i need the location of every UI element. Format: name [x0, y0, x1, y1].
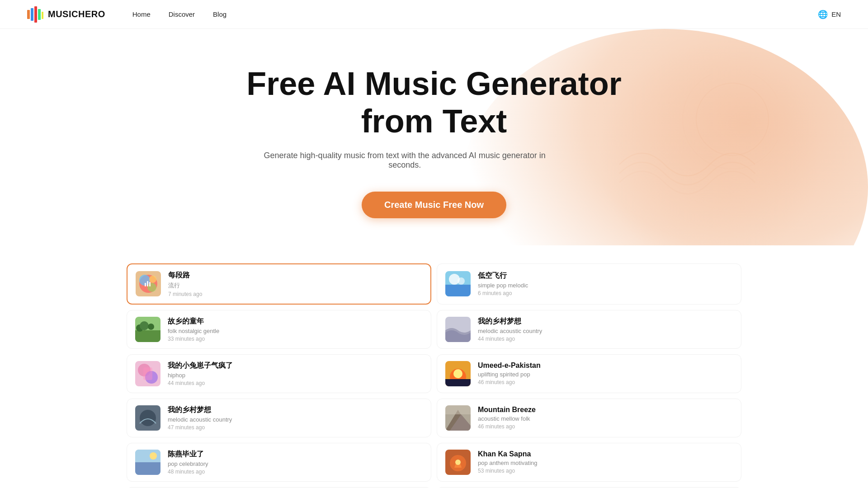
music-thumb-7	[135, 405, 160, 431]
music-thumb-5	[135, 361, 160, 386]
hero-content: Free AI Music Generator from Text Genera…	[246, 65, 622, 218]
music-info-8: Mountain Breezeacoustic mellow folk46 mi…	[478, 406, 733, 430]
svg-point-23	[148, 324, 154, 330]
music-info-5: 我的小兔崽子气疯了hiphop44 minutes ago	[168, 361, 423, 386]
svg-rect-40	[135, 462, 160, 475]
svg-rect-20	[135, 330, 160, 342]
music-info-1: 每段路流行7 minutes ago	[168, 271, 422, 297]
nav-blog[interactable]: Blog	[213, 10, 226, 18]
music-thumb-1	[136, 271, 161, 296]
music-card-3[interactable]: 故乡的童年folk nostalgic gentle33 minutes ago	[127, 310, 431, 349]
music-thumb-10	[445, 450, 471, 475]
music-tags-10: pop anthem motivating	[478, 460, 733, 466]
music-thumb-3	[135, 317, 160, 342]
svg-rect-38	[445, 405, 471, 414]
svg-rect-4	[42, 12, 43, 19]
music-title-1: 每段路	[168, 271, 422, 280]
logo-text: MUSICHERO	[48, 9, 105, 19]
music-card-7[interactable]: 我的乡村梦想melodic acoustic country47 minutes…	[127, 399, 431, 437]
svg-rect-3	[38, 9, 41, 20]
music-card-5[interactable]: 我的小兔崽子气疯了hiphop44 minutes ago	[127, 354, 431, 393]
svg-point-5	[696, 83, 769, 155]
svg-rect-1	[31, 8, 33, 21]
nav-discover[interactable]: Discover	[169, 10, 195, 18]
music-time-3: 33 minutes ago	[168, 336, 423, 342]
music-thumb-2	[445, 271, 471, 296]
svg-rect-14	[149, 282, 151, 286]
music-tags-7: melodic acoustic country	[168, 416, 423, 423]
music-info-3: 故乡的童年folk nostalgic gentle33 minutes ago	[168, 317, 423, 342]
music-info-9: 陈燕毕业了pop celebratory48 minutes ago	[168, 450, 423, 475]
music-info-6: Umeed-e-Pakistanuplifting spirited pop46…	[478, 361, 733, 385]
hero-section: Free AI Music Generator from Text Genera…	[0, 29, 868, 245]
music-tags-8: acoustic mellow folk	[478, 415, 733, 422]
svg-point-45	[455, 460, 461, 465]
svg-rect-2	[34, 6, 37, 23]
music-title-8: Mountain Breeze	[478, 406, 733, 414]
music-time-7: 47 minutes ago	[168, 424, 423, 431]
hero-subtitle: Generate high-quality music from text wi…	[246, 151, 563, 170]
music-tags-4: melodic acoustic country	[478, 328, 733, 334]
music-title-10: Khan Ka Sapna	[478, 450, 733, 458]
svg-rect-16	[445, 285, 471, 296]
music-tags-5: hiphop	[168, 372, 423, 379]
language-label: EN	[831, 10, 841, 18]
music-thumb-4	[445, 317, 471, 342]
music-title-3: 故乡的童年	[168, 317, 423, 326]
music-card-8[interactable]: Mountain Breezeacoustic mellow folk46 mi…	[437, 399, 741, 437]
music-card-2[interactable]: 低空飞行simple pop melodic6 minutes ago	[437, 263, 741, 305]
navbar: MUSICHERO Home Discover Blog 🌐 EN	[0, 0, 868, 29]
music-time-10: 53 minutes ago	[478, 468, 733, 474]
music-thumb-6	[445, 361, 471, 386]
music-tags-9: pop celebratory	[168, 460, 423, 467]
music-title-9: 陈燕毕业了	[168, 450, 423, 459]
nav-home[interactable]: Home	[132, 10, 151, 18]
music-title-2: 低空飞行	[478, 271, 733, 281]
music-time-1: 7 minutes ago	[168, 291, 422, 297]
music-card-4[interactable]: 我的乡村梦想melodic acoustic country44 minutes…	[437, 310, 741, 349]
music-info-4: 我的乡村梦想melodic acoustic country44 minutes…	[478, 317, 733, 342]
music-card-1[interactable]: 每段路流行7 minutes ago	[127, 263, 431, 305]
nav-links: Home Discover Blog	[132, 10, 226, 18]
music-tags-2: simple pop melodic	[478, 282, 733, 289]
svg-rect-12	[145, 283, 146, 286]
music-thumb-9	[135, 450, 160, 475]
music-title-7: 我的乡村梦想	[168, 405, 423, 415]
music-tags-1: 流行	[168, 282, 422, 290]
logo-icon	[27, 6, 43, 23]
svg-rect-0	[27, 10, 30, 19]
music-time-4: 44 minutes ago	[478, 336, 733, 342]
language-selector[interactable]: 🌐 EN	[818, 9, 841, 19]
music-title-4: 我的乡村梦想	[478, 317, 733, 326]
svg-rect-13	[147, 281, 148, 286]
music-time-8: 46 minutes ago	[478, 423, 733, 430]
svg-point-42	[150, 452, 157, 460]
svg-point-10	[147, 283, 156, 292]
svg-point-32	[453, 369, 462, 378]
music-tags-3: folk nostalgic gentle	[168, 328, 423, 334]
svg-point-34	[140, 410, 156, 426]
svg-point-22	[140, 321, 149, 330]
music-title-6: Umeed-e-Pakistan	[478, 361, 733, 370]
hero-title: Free AI Music Generator from Text	[246, 65, 622, 140]
music-info-2: 低空飞行simple pop melodic6 minutes ago	[478, 271, 733, 296]
music-grid: 每段路流行7 minutes ago 低空飞行simple pop melodi…	[0, 245, 868, 488]
svg-rect-28	[143, 367, 152, 380]
music-info-7: 我的乡村梦想melodic acoustic country47 minutes…	[168, 405, 423, 431]
bg-wave-decoration	[597, 74, 778, 245]
music-info-10: Khan Ka Sapnapop anthem motivating53 min…	[478, 450, 733, 474]
music-card-6[interactable]: Umeed-e-Pakistanuplifting spirited pop46…	[437, 354, 741, 393]
music-tags-6: uplifting spirited pop	[478, 371, 733, 378]
music-card-10[interactable]: Khan Ka Sapnapop anthem motivating53 min…	[437, 443, 741, 482]
music-time-6: 46 minutes ago	[478, 379, 733, 385]
language-icon: 🌐	[818, 9, 828, 19]
music-thumb-8	[445, 405, 471, 431]
music-time-5: 44 minutes ago	[168, 380, 423, 386]
music-title-5: 我的小兔崽子气疯了	[168, 361, 423, 371]
music-card-9[interactable]: 陈燕毕业了pop celebratory48 minutes ago	[127, 443, 431, 482]
svg-point-6	[683, 74, 778, 169]
svg-point-11	[149, 276, 156, 283]
svg-point-18	[458, 277, 465, 285]
cta-button[interactable]: Create Music Free Now	[362, 192, 506, 218]
logo[interactable]: MUSICHERO	[27, 6, 105, 23]
